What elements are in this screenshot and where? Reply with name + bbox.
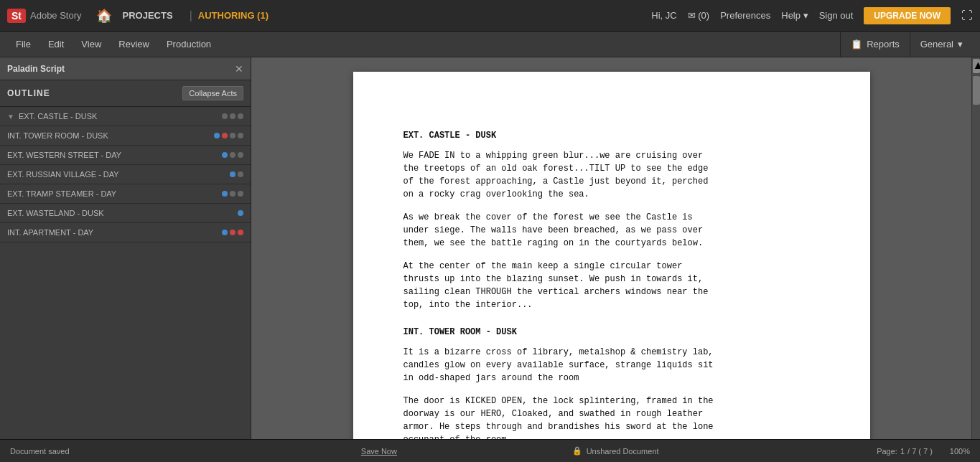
reports-button[interactable]: 📋 Reports <box>840 32 910 57</box>
scene-dots <box>214 133 243 138</box>
scene-label: INT. APARTMENT - DAY <box>7 228 218 237</box>
preferences-link[interactable]: Preferences <box>720 10 770 21</box>
menu-view[interactable]: View <box>73 32 110 57</box>
page-total: / 7 ( 7 ) <box>907 447 933 456</box>
outline-label: OUTLINE <box>7 88 50 98</box>
authoring-link[interactable]: AUTHORING (1) <box>198 10 269 21</box>
upgrade-now-button[interactable]: UPGRADE NOW <box>864 7 951 24</box>
list-item[interactable]: EXT. RUSSIAN VILLAGE - DAY <box>0 165 251 184</box>
dot-icon <box>238 171 243 177</box>
collapse-acts-button[interactable]: Collapse Acts <box>182 86 243 100</box>
dot-icon <box>230 113 235 119</box>
dot-icon <box>214 133 220 138</box>
app-name: Adobe Story <box>30 10 82 21</box>
script-area[interactable]: EXT. CASTLE - DUSK We FADE IN to a whipp… <box>251 57 971 462</box>
menu-edit[interactable]: Edit <box>39 32 73 57</box>
script-action: As we break the cover of the forest we s… <box>403 211 820 250</box>
menu-file[interactable]: File <box>7 32 39 57</box>
dot-icon <box>238 230 243 235</box>
scene-dots <box>222 230 243 235</box>
dot-icon <box>230 171 235 177</box>
hi-user-label: Hi, JC <box>651 10 676 21</box>
dot-icon <box>238 152 243 158</box>
app-badge: St <box>7 9 26 23</box>
dot-icon <box>238 191 243 197</box>
doc-saved-label: Document saved <box>10 447 246 456</box>
general-chevron-icon: ▾ <box>958 39 963 50</box>
list-item[interactable]: ▼ EXT. CASTLE - DUSK <box>0 107 251 126</box>
reports-icon: 📋 <box>851 39 862 50</box>
dot-icon <box>238 133 243 138</box>
home-icon[interactable]: 🏠 <box>96 8 112 24</box>
list-item[interactable]: INT. TOWER ROOM - DUSK <box>0 126 251 146</box>
expand-icon: ▼ <box>7 113 14 121</box>
scene-dots <box>222 191 243 197</box>
dot-icon <box>230 230 235 235</box>
signout-link[interactable]: Sign out <box>819 10 854 21</box>
scroll-arrow-up[interactable]: ▲ <box>973 59 980 73</box>
sidebar-title: Paladin Script <box>7 64 65 74</box>
scene-label: EXT. WESTERN STREET - DAY <box>7 151 218 159</box>
scene-dots <box>222 152 243 158</box>
page-label: Page: <box>877 447 897 456</box>
list-item[interactable]: EXT. WASTELAND - DUSK <box>0 204 251 223</box>
dot-icon <box>238 210 243 216</box>
dot-icon <box>230 191 235 197</box>
general-label: General <box>920 39 953 50</box>
help-link[interactable]: Help ▾ <box>781 10 808 21</box>
list-item[interactable]: EXT. TRAMP STEAMER - DAY <box>0 184 251 204</box>
scene-label: EXT. RUSSIAN VILLAGE - DAY <box>7 170 225 179</box>
scene-dots <box>230 171 243 177</box>
script-page: EXT. CASTLE - DUSK We FADE IN to a whipp… <box>353 72 870 462</box>
app-logo: St Adobe Story <box>7 9 82 23</box>
messages-icon[interactable]: ✉ (0) <box>688 10 710 21</box>
scene-label: INT. TOWER ROOM - DUSK <box>7 131 210 140</box>
reports-label: Reports <box>867 39 900 50</box>
scroll-thumb[interactable] <box>973 76 980 105</box>
unshared-doc-badge: 🔒 Unshared Document <box>498 446 734 456</box>
script-action: It is a bizarre cross of library, metals… <box>403 346 820 385</box>
menu-review[interactable]: Review <box>110 32 158 57</box>
scene-dots <box>222 113 243 119</box>
zoom-level: 100% <box>950 447 970 456</box>
script-heading: EXT. CASTLE - DUSK <box>403 129 820 142</box>
page-number: 1 <box>900 447 905 456</box>
save-now-link[interactable]: Save Now <box>261 447 497 456</box>
list-item[interactable]: EXT. WESTERN STREET - DAY <box>0 146 251 165</box>
scene-dots <box>238 210 243 216</box>
scene-label: EXT. CASTLE - DUSK <box>19 112 218 121</box>
list-item[interactable]: INT. APARTMENT - DAY <box>0 223 251 242</box>
dot-icon <box>222 113 228 119</box>
general-dropdown[interactable]: General ▾ <box>910 32 973 57</box>
dot-icon <box>238 113 243 119</box>
scrollbar[interactable]: ▲ <box>971 57 980 462</box>
scene-label: EXT. WASTELAND - DUSK <box>7 209 233 217</box>
menu-production[interactable]: Production <box>158 32 220 57</box>
dot-icon <box>222 152 228 158</box>
script-heading: INT. TOWER ROOM - DUSK <box>403 326 820 339</box>
lock-icon: 🔒 <box>572 446 582 456</box>
script-action: At the center of the main keep a single … <box>403 260 820 311</box>
script-action: We FADE IN to a whipping green blur...we… <box>403 149 820 201</box>
projects-link[interactable]: PROJECTS <box>123 10 173 21</box>
outline-list: ▼ EXT. CASTLE - DUSK INT. TOWER ROOM - D… <box>0 107 251 462</box>
dot-icon <box>222 191 228 197</box>
dot-icon <box>230 133 235 138</box>
dot-icon <box>230 152 235 158</box>
scene-label: EXT. TRAMP STEAMER - DAY <box>7 189 218 198</box>
dot-icon <box>222 133 228 138</box>
fullscreen-icon[interactable]: ⛶ <box>961 9 973 22</box>
close-sidebar-icon[interactable]: ✕ <box>235 63 243 75</box>
dot-icon <box>222 230 228 235</box>
